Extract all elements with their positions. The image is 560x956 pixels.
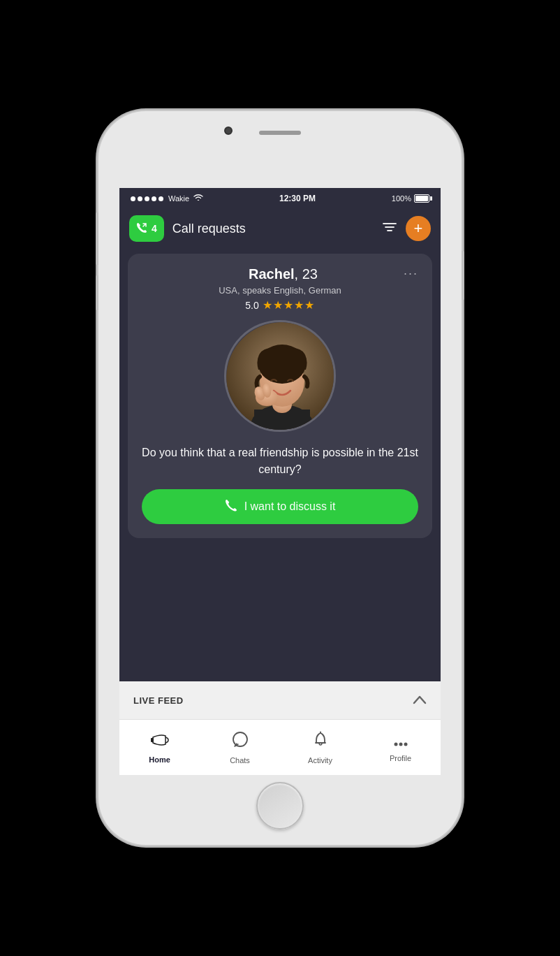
svg-point-14: [233, 732, 247, 746]
header-bar: 4 Call requests +: [119, 209, 441, 248]
signal-dot-4: [152, 196, 156, 201]
header-title: Call requests: [172, 222, 374, 236]
chats-nav-label: Chats: [230, 756, 250, 765]
tab-chats[interactable]: Chats: [200, 731, 280, 765]
add-button[interactable]: +: [406, 216, 431, 241]
home-button[interactable]: [256, 782, 304, 830]
stars-icon: ★★★★★: [263, 298, 315, 312]
plus-icon: +: [414, 221, 423, 236]
signal-dot-5: [159, 196, 163, 201]
volume-down-button: [96, 275, 98, 310]
status-right: 100%: [392, 194, 429, 203]
live-feed-label: LIVE FEED: [133, 695, 184, 706]
phone-call-icon: [225, 499, 237, 514]
home-icon: [150, 732, 170, 753]
battery-percent: 100%: [392, 194, 411, 203]
user-card: Rachel, 23 ··· USA, speaks English, Germ…: [128, 254, 432, 538]
volume-up-button: [96, 230, 98, 265]
signal-dots: [131, 196, 163, 201]
user-name: Rachel: [249, 266, 295, 282]
front-camera: [224, 126, 233, 135]
phone-frame: Wakie 12:30 PM 100%: [98, 111, 462, 845]
phone-screen: Wakie 12:30 PM 100%: [119, 188, 441, 775]
speaker: [259, 131, 301, 135]
status-left: Wakie: [131, 194, 203, 203]
tab-profile[interactable]: Profile: [360, 733, 441, 762]
card-top-row: Rachel, 23 ···: [142, 266, 418, 282]
user-age: , 23: [295, 266, 318, 282]
tab-activity[interactable]: Activity: [280, 731, 360, 765]
activity-nav-label: Activity: [308, 756, 332, 765]
user-location: USA, speaks English, German: [219, 285, 341, 296]
card-rating: 5.0 ★★★★★: [245, 298, 314, 312]
filter-icon[interactable]: [382, 221, 397, 237]
tab-home[interactable]: Home: [119, 732, 200, 764]
profile-nav-label: Profile: [390, 754, 411, 762]
live-feed-bar[interactable]: LIVE FEED: [119, 681, 441, 719]
call-badge-count: 4: [152, 223, 157, 234]
svg-point-16: [394, 742, 397, 746]
chevron-up-icon[interactable]: [413, 693, 427, 708]
phone-wrapper: Wakie 12:30 PM 100%: [0, 0, 560, 956]
chats-icon: [231, 731, 249, 753]
wifi-icon: [193, 194, 203, 203]
power-button: [462, 251, 464, 300]
bottom-nav: Home Chats: [119, 719, 441, 775]
discuss-button-label: I want to discuss it: [244, 500, 336, 513]
phone-incoming-icon: [136, 222, 147, 236]
svg-rect-13: [151, 738, 154, 742]
discuss-button[interactable]: I want to discuss it: [142, 489, 418, 524]
status-time: 12:30 PM: [279, 194, 316, 203]
rating-number: 5.0: [245, 300, 258, 311]
carrier-name: Wakie: [168, 194, 189, 203]
svg-point-17: [399, 742, 402, 746]
battery-icon: [414, 194, 429, 203]
activity-icon: [312, 731, 329, 753]
svg-point-18: [404, 742, 407, 746]
signal-dot-1: [131, 196, 135, 201]
silent-switch: [96, 212, 98, 232]
more-options-icon[interactable]: ···: [404, 266, 418, 281]
signal-dot-2: [138, 196, 142, 201]
call-requests-badge[interactable]: 4: [129, 215, 164, 242]
card-name-section: Rachel, 23: [163, 266, 404, 282]
user-avatar: [224, 320, 336, 432]
status-bar: Wakie 12:30 PM 100%: [119, 188, 441, 209]
signal-dot-3: [145, 196, 149, 201]
home-nav-label: Home: [149, 755, 170, 764]
profile-icon: [393, 733, 408, 751]
card-question: Do you think that a real friendship is p…: [142, 444, 418, 478]
